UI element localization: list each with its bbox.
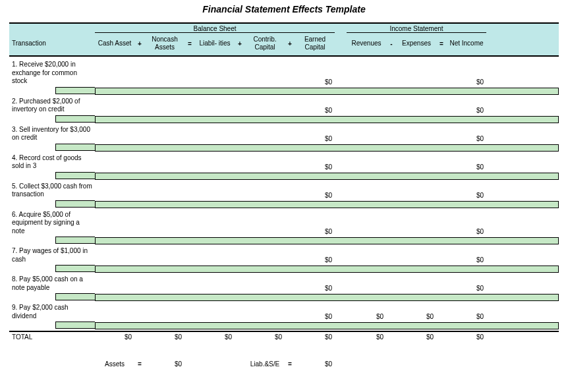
- note-field[interactable]: [95, 116, 559, 123]
- cell-exp[interactable]: [397, 142, 436, 144]
- cell-rev[interactable]: [347, 264, 386, 265]
- transaction-text[interactable]: 4. Record cost of goods sold in 3: [9, 153, 95, 172]
- note-field-left[interactable]: [55, 293, 95, 300]
- cell-rev[interactable]: [347, 86, 386, 87]
- transaction-text[interactable]: 6. Acquire $5,000 of equipment by signin…: [9, 210, 95, 237]
- cell-contrib[interactable]: [245, 235, 285, 237]
- cell-net[interactable]: $0: [447, 107, 486, 115]
- cell-net[interactable]: $0: [447, 313, 486, 322]
- transaction-text[interactable]: 2. Purchased $2,000 of invertory on cred…: [9, 96, 95, 115]
- cell-net[interactable]: $0: [447, 135, 486, 144]
- cell-exp[interactable]: $0: [397, 313, 436, 322]
- cell-noncash[interactable]: [145, 235, 185, 237]
- cell-earned[interactable]: $0: [295, 163, 335, 172]
- cell-net[interactable]: $0: [447, 285, 486, 293]
- cell-noncash[interactable]: [145, 86, 185, 87]
- cell-noncash[interactable]: [145, 199, 185, 200]
- cell-exp[interactable]: [397, 86, 436, 87]
- note-field[interactable]: [95, 201, 559, 208]
- cell-noncash[interactable]: [145, 320, 185, 322]
- cell-contrib[interactable]: [245, 320, 285, 322]
- cell-liab[interactable]: [195, 320, 235, 322]
- cell-net[interactable]: $0: [447, 163, 486, 172]
- cell-contrib[interactable]: [245, 142, 285, 144]
- transaction-text[interactable]: 9. Pay $2,000 cash dividend: [9, 302, 95, 322]
- cell-earned[interactable]: $0: [295, 78, 335, 87]
- cell-contrib[interactable]: [245, 199, 285, 200]
- cell-earned[interactable]: $0: [295, 135, 335, 144]
- cell-cash[interactable]: [95, 86, 134, 87]
- cell-cash[interactable]: [95, 320, 134, 322]
- cell-contrib[interactable]: [245, 114, 285, 115]
- cell-rev[interactable]: [347, 292, 386, 293]
- cell-noncash[interactable]: [145, 171, 185, 172]
- note-field[interactable]: [95, 294, 559, 301]
- note-field[interactable]: [95, 237, 559, 244]
- cell-rev[interactable]: [347, 199, 386, 200]
- cell-cash[interactable]: [95, 171, 134, 172]
- note-field-left[interactable]: [55, 200, 95, 208]
- note-field-left[interactable]: [55, 322, 95, 329]
- cell-liab[interactable]: [195, 264, 235, 265]
- cell-contrib[interactable]: [245, 292, 285, 293]
- cell-earned[interactable]: $0: [295, 192, 335, 200]
- cell-earned[interactable]: $0: [295, 285, 335, 293]
- note-field-left[interactable]: [55, 144, 95, 151]
- cell-liab[interactable]: [195, 199, 235, 200]
- cell-noncash[interactable]: [145, 264, 185, 265]
- transaction-text[interactable]: 3. Sell inventory for $3,000 on credit: [9, 125, 95, 144]
- cell-exp[interactable]: [397, 171, 436, 172]
- cell-rev[interactable]: [347, 114, 386, 115]
- cell-liab[interactable]: [195, 142, 235, 144]
- cell-earned[interactable]: $0: [295, 228, 335, 237]
- cell-exp[interactable]: [397, 235, 436, 237]
- note-field[interactable]: [95, 144, 559, 152]
- cell-exp[interactable]: [397, 292, 436, 293]
- transaction-text[interactable]: 8. Pay $5,000 cash on a note payable: [9, 274, 95, 293]
- cell-contrib[interactable]: [245, 171, 285, 172]
- cell-net[interactable]: $0: [447, 192, 486, 200]
- note-field[interactable]: [95, 266, 559, 273]
- cell-exp[interactable]: [397, 199, 436, 200]
- cell-liab[interactable]: [195, 235, 235, 237]
- note-field[interactable]: [95, 322, 559, 329]
- transaction-text[interactable]: 5. Collect $3,000 cash from transaction: [9, 181, 95, 200]
- cell-contrib[interactable]: [245, 86, 285, 87]
- cell-cash[interactable]: [95, 264, 134, 265]
- cell-liab[interactable]: [195, 86, 235, 87]
- cell-earned[interactable]: $0: [295, 256, 335, 265]
- transaction-text[interactable]: 1. Receive $20,000 in exchange for commo…: [9, 59, 95, 87]
- cell-rev[interactable]: [347, 142, 386, 144]
- cell-rev[interactable]: $0: [347, 313, 386, 322]
- cell-net[interactable]: $0: [447, 78, 486, 87]
- cell-noncash[interactable]: [145, 142, 185, 144]
- cell-net[interactable]: $0: [447, 228, 486, 237]
- cell-liab[interactable]: [195, 171, 235, 172]
- note-field-left[interactable]: [55, 265, 95, 272]
- cell-noncash[interactable]: [145, 292, 185, 293]
- cell-cash[interactable]: [95, 114, 134, 115]
- note-field-left[interactable]: [55, 172, 95, 179]
- cell-cash[interactable]: [95, 292, 134, 293]
- header-contrib-capital: Contrib. Capital: [245, 36, 285, 51]
- cell-noncash[interactable]: [145, 114, 185, 115]
- cell-exp[interactable]: [397, 264, 436, 265]
- transaction-text[interactable]: 7. Pay wages of $1,000 in cash: [9, 246, 95, 265]
- cell-net[interactable]: $0: [447, 256, 486, 265]
- cell-earned[interactable]: $0: [295, 107, 335, 115]
- note-field[interactable]: [95, 88, 559, 95]
- note-field-left[interactable]: [55, 237, 95, 244]
- cell-rev[interactable]: [347, 171, 386, 172]
- cell-exp[interactable]: [397, 114, 436, 115]
- cell-liab[interactable]: [195, 292, 235, 293]
- note-field-left[interactable]: [55, 115, 95, 123]
- cell-contrib[interactable]: [245, 264, 285, 265]
- cell-liab[interactable]: [195, 114, 235, 115]
- cell-cash[interactable]: [95, 142, 134, 144]
- cell-cash[interactable]: [95, 235, 134, 237]
- note-field-left[interactable]: [55, 87, 95, 94]
- cell-rev[interactable]: [347, 235, 386, 237]
- note-field[interactable]: [95, 173, 559, 180]
- cell-cash[interactable]: [95, 199, 134, 200]
- cell-earned[interactable]: $0: [295, 313, 335, 322]
